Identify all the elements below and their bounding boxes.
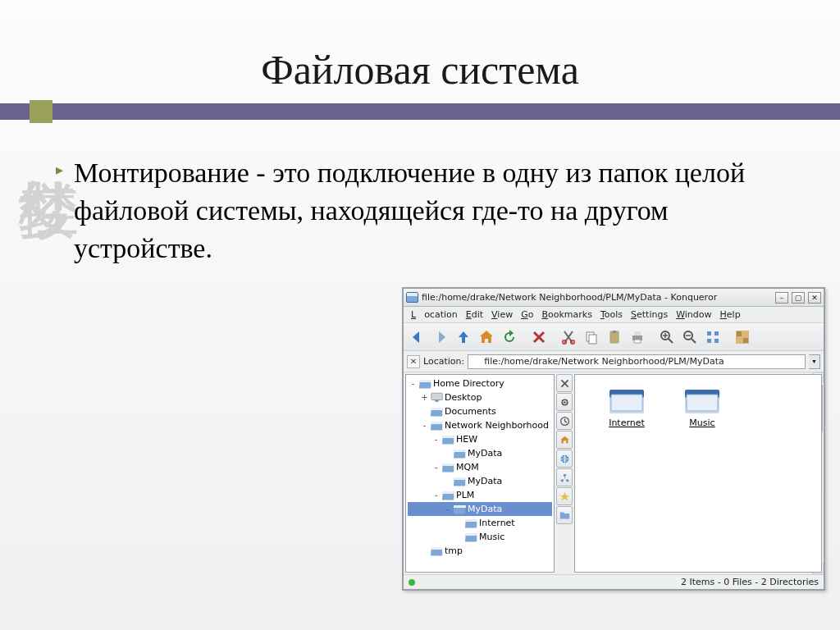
toolbar — [404, 323, 824, 351]
menu-bookmarks[interactable]: Bookmarks — [537, 309, 596, 320]
print-button[interactable] — [627, 326, 648, 348]
titlebar[interactable]: file:/home/drake/Network Neighborhood/PL… — [404, 289, 824, 307]
close-button[interactable]: ✕ — [808, 292, 821, 304]
tree-expander-icon[interactable]: + — [419, 393, 430, 402]
svg-rect-11 — [707, 331, 711, 336]
tree-row[interactable]: MyData — [408, 446, 552, 460]
folder-icon — [464, 518, 477, 529]
tree-row[interactable]: Internet — [408, 516, 552, 530]
zoom-in-button[interactable] — [656, 326, 678, 348]
folder-item[interactable]: Music — [673, 386, 731, 428]
svg-rect-20 — [435, 400, 439, 402]
svg-rect-19 — [431, 393, 442, 399]
sidebar-folder-button[interactable] — [556, 506, 573, 524]
menu-go[interactable]: Go — [517, 309, 537, 320]
zoom-out-button[interactable] — [679, 326, 701, 348]
tree-expander-icon[interactable]: - — [431, 491, 441, 500]
tree-expander-icon[interactable]: - — [442, 504, 453, 514]
svg-rect-22 — [431, 422, 443, 424]
desktop-icon — [430, 392, 443, 404]
icon-pane[interactable]: InternetMusic — [574, 374, 822, 573]
tree-row[interactable]: -HEW — [408, 432, 552, 446]
svg-rect-8 — [634, 340, 641, 343]
tree-row[interactable]: -PLM — [408, 488, 552, 502]
minimize-button[interactable]: – — [775, 292, 788, 304]
sidebar-globe-button[interactable] — [556, 450, 573, 468]
tree-label: Music — [479, 532, 504, 542]
location-input[interactable]: file:/home/drake/Network Neighborhood/PL… — [468, 354, 806, 369]
paste-button[interactable] — [604, 326, 625, 348]
folder-label: Music — [673, 418, 731, 428]
tree-row[interactable]: -MQM — [408, 460, 552, 474]
location-bar: ✕ Location: file:/home/drake/Network Nei… — [404, 351, 824, 372]
folder-icon — [430, 546, 443, 557]
tree-expander-icon[interactable]: - — [408, 379, 418, 388]
tree-row[interactable]: +Desktop — [408, 390, 552, 404]
status-text: 2 Items - 0 Files - 2 Directories — [681, 577, 819, 587]
tree-label: Documents — [445, 406, 496, 417]
star-icon — [559, 491, 570, 502]
menu-window[interactable]: Window — [672, 309, 715, 320]
folder-icon — [453, 504, 466, 515]
sidebar-gear-button[interactable] — [556, 393, 573, 411]
menu-settings[interactable]: Settings — [627, 309, 672, 320]
maximize-button[interactable]: ▢ — [792, 292, 805, 304]
sidebar-close-button[interactable] — [556, 374, 573, 392]
svg-rect-18 — [419, 380, 431, 382]
tree-label: MyData — [468, 448, 502, 459]
up-button[interactable] — [453, 326, 474, 348]
tree-expander-icon[interactable]: - — [419, 421, 430, 430]
tree-row[interactable]: Music — [408, 530, 552, 544]
tree-expander-icon[interactable]: - — [431, 463, 441, 472]
view-icons-button[interactable] — [702, 326, 724, 348]
tree-row[interactable]: Documents — [408, 404, 552, 418]
close-icon — [559, 378, 570, 389]
location-dropdown[interactable]: ▾ — [809, 354, 820, 369]
menu-edit[interactable]: Edit — [462, 309, 487, 320]
security-button[interactable] — [732, 326, 753, 348]
forward-button[interactable] — [430, 326, 451, 348]
sidebar-star-button[interactable] — [556, 487, 573, 505]
folder-icon — [430, 420, 443, 431]
copy-button[interactable] — [581, 326, 602, 348]
statusbar: 2 Items - 0 Files - 2 Directories — [404, 574, 824, 589]
sidebar-network-button[interactable] — [556, 468, 573, 486]
menu-help[interactable]: Help — [716, 309, 745, 320]
tree-label: HEW — [456, 434, 477, 445]
menu-tools[interactable]: Tools — [596, 309, 627, 320]
svg-rect-27 — [442, 491, 454, 494]
cut-button[interactable] — [558, 326, 579, 348]
tree-pane[interactable]: -Home Directory+DesktopDocuments-Network… — [405, 374, 555, 573]
menu-view[interactable]: View — [487, 309, 517, 320]
menu-location[interactable]: LLocationocation — [407, 309, 462, 320]
tree-row[interactable]: tmp — [408, 544, 552, 558]
reload-button[interactable] — [499, 326, 520, 348]
clear-location-button[interactable]: ✕ — [407, 355, 420, 368]
konqueror-window: file:/home/drake/Network Neighborhood/PL… — [402, 287, 825, 591]
folder-icon — [683, 386, 721, 416]
folder-item[interactable]: Internet — [598, 386, 655, 428]
tree-root[interactable]: -Home Directory — [408, 377, 552, 390]
folder-icon — [441, 490, 454, 501]
tree-row[interactable]: -MyData — [408, 502, 552, 516]
tree-label: PLM — [456, 490, 474, 500]
sidebar-clock-button[interactable] — [556, 412, 573, 430]
sidebar-home-button[interactable] — [556, 431, 573, 449]
tree-row[interactable]: -Network Neighborhood — [408, 418, 552, 432]
stop-button[interactable] — [528, 326, 550, 348]
slide: 红楼梦 Файловая система ▸ Монтирование - эт… — [0, 0, 840, 630]
slide-title: Файловая система — [0, 46, 840, 94]
svg-rect-17 — [743, 338, 748, 343]
home-icon — [559, 435, 570, 445]
tree-row[interactable]: MyData — [408, 474, 552, 488]
home-button[interactable] — [476, 326, 497, 348]
folder-icon — [559, 510, 570, 521]
svg-rect-28 — [454, 505, 466, 508]
gear-icon — [559, 397, 570, 408]
folder-icon — [608, 386, 646, 416]
menubar: LLocationocation Edit View Go Bookmarks … — [404, 307, 824, 323]
folder-icon — [464, 532, 477, 543]
folder-icon — [453, 476, 466, 487]
tree-expander-icon[interactable]: - — [431, 435, 441, 444]
back-button[interactable] — [407, 326, 428, 348]
